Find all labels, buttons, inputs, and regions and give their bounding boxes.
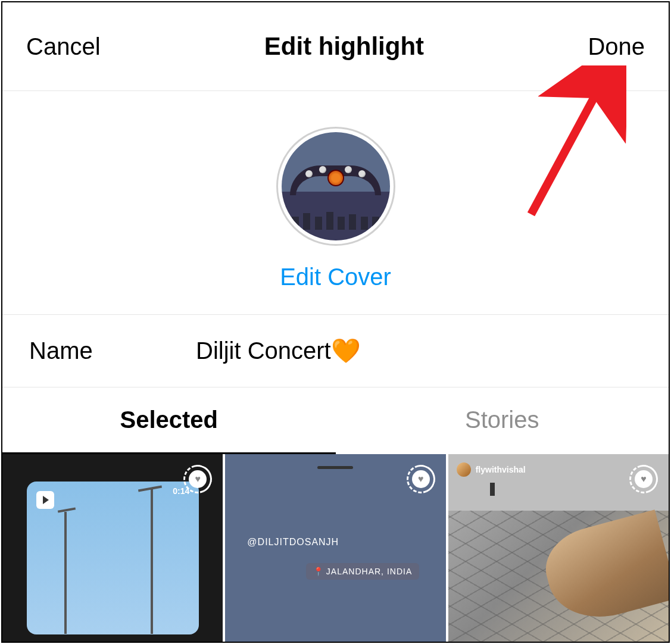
name-input[interactable] <box>196 337 642 364</box>
name-row: Name <box>2 315 669 387</box>
like-badge: ♥ <box>407 465 435 493</box>
heart-icon: ♥ <box>635 470 653 488</box>
like-count: 0:14 <box>173 486 189 496</box>
cover-image[interactable] <box>276 127 395 246</box>
thumbnail-grid: ♥ 0:14 @DILJITDOSANJH 📍 JALANDHAR, INDIA… <box>2 454 669 642</box>
tabs: Selected Stories <box>2 387 669 454</box>
location-tag: 📍 JALANDHAR, INDIA <box>306 563 419 580</box>
cancel-button[interactable]: Cancel <box>26 33 101 60</box>
story-header: flywithvishal <box>457 462 526 477</box>
thumbnail-item[interactable]: ♥ 0:14 <box>2 454 223 642</box>
done-button[interactable]: Done <box>588 33 645 60</box>
tab-stories[interactable]: Stories <box>336 387 669 454</box>
edit-cover-link[interactable]: Edit Cover <box>280 264 391 290</box>
thumbnail-item[interactable]: flywithvishal ♥ <box>448 454 669 642</box>
cover-section: Edit Cover <box>2 91 669 315</box>
header: Cancel Edit highlight Done <box>2 2 669 91</box>
page-title: Edit highlight <box>264 32 424 61</box>
like-badge: ♥ <box>629 465 658 493</box>
like-badge: ♥ 0:14 <box>183 465 212 493</box>
name-label: Name <box>29 337 196 364</box>
username: flywithvishal <box>476 465 526 474</box>
cover-thumbnail <box>282 132 390 240</box>
reel-icon <box>36 491 54 509</box>
avatar <box>457 462 471 477</box>
thumbnail-item[interactable]: @DILJITDOSANJH 📍 JALANDHAR, INDIA ♥ <box>225 454 445 642</box>
heart-icon: ♥ <box>412 470 430 488</box>
pin-icon: 📍 <box>313 567 324 576</box>
tab-selected[interactable]: Selected <box>2 387 336 454</box>
mention-tag: @DILJITDOSANJH <box>247 537 339 548</box>
